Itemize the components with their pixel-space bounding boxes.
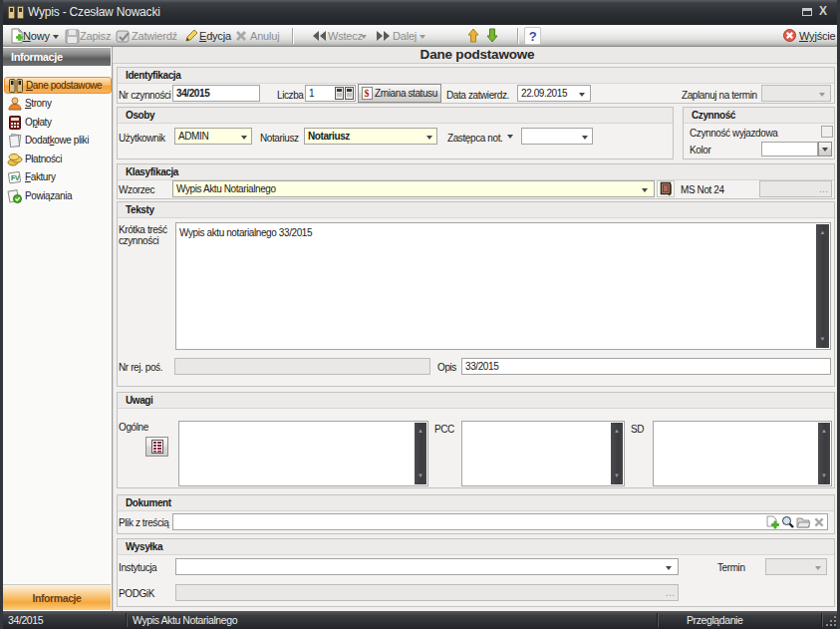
svg-text:$: $ [365,88,370,99]
svg-text:FV: FV [11,174,20,181]
